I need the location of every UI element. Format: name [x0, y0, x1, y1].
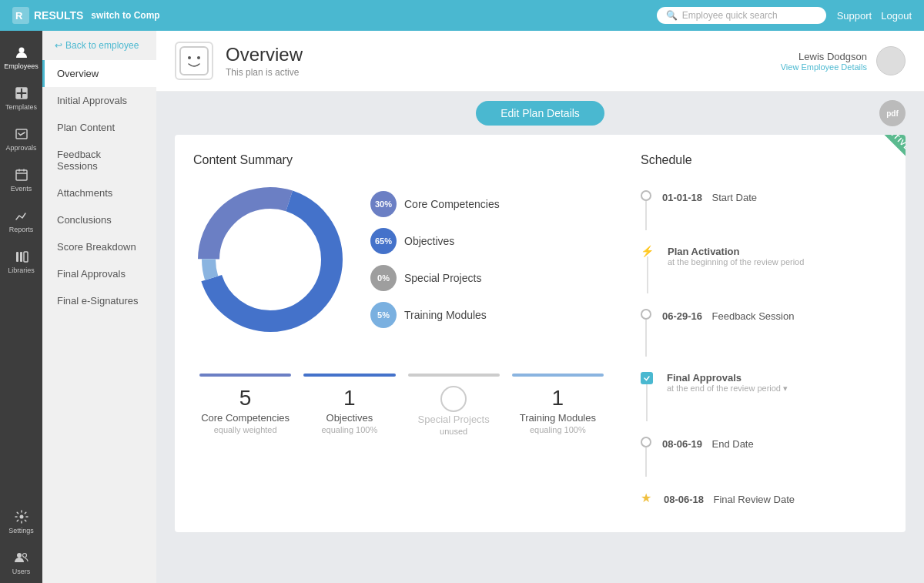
- app-name: RESULTS: [34, 9, 83, 22]
- legend: 30% Core Competencies 65% Objectives: [370, 191, 500, 328]
- avatar: [876, 46, 906, 75]
- subnav-attachments[interactable]: Attachments: [42, 179, 156, 206]
- legend-item-training: 5% Training Modules: [370, 302, 500, 328]
- sidebar-label-employees: Employees: [4, 62, 38, 70]
- schedule-final-approvals-text: Final Approvals at the end of the review…: [667, 372, 788, 394]
- search-bar[interactable]: 🔍 Employee quick search: [657, 7, 826, 24]
- card-inner: Content Summary: [193, 153, 887, 514]
- stat-number-special-empty: [440, 386, 467, 412]
- training-badge: 5%: [370, 302, 397, 328]
- legend-item-special: 0% Special Projects: [370, 265, 500, 291]
- approvals-icon: [14, 126, 29, 142]
- schedule-item-end: 08-06-19 End Date: [641, 429, 887, 484]
- sidebar-item-employees[interactable]: Employees: [0, 37, 42, 78]
- employees-icon: [14, 45, 29, 60]
- objectives-label: Objectives: [404, 235, 454, 247]
- core-label: Core Competencies: [404, 198, 500, 210]
- logo: R RESULTS: [12, 7, 83, 24]
- sidebar-label-templates: Templates: [5, 103, 37, 111]
- active-badge: ACTIVE: [865, 135, 906, 170]
- core-badge: 30%: [370, 191, 397, 217]
- sidebar-label-events: Events: [11, 185, 32, 193]
- sidebar-item-users[interactable]: Users: [0, 542, 42, 583]
- legend-item-objectives: 65% Objectives: [370, 228, 500, 254]
- subnav-score-breakdown[interactable]: Score Breakdown: [42, 233, 156, 260]
- schedule-date-feedback: 06-29-16: [662, 310, 702, 322]
- nav-right: 🔍 Employee quick search Support Logout: [657, 7, 912, 24]
- edit-plan-button[interactable]: Edit Plan Details: [476, 101, 604, 126]
- header-left: Overview This plan is active: [175, 42, 303, 80]
- action-row: Edit Plan Details pdf: [156, 92, 924, 135]
- svg-rect-6: [16, 94, 21, 99]
- stat-sublabel-core: equally weighted: [214, 425, 277, 434]
- chart-area: 30% Core Competencies 65% Objectives: [193, 183, 610, 337]
- special-label: Special Projects: [404, 272, 481, 284]
- stat-sublabel-training: equaling 100%: [530, 425, 586, 434]
- back-to-employee[interactable]: ↩ Back to employee: [42, 31, 156, 60]
- schedule-dot-start: [641, 190, 651, 201]
- content-summary-title: Content Summary: [193, 153, 610, 167]
- stat-number-objectives: 1: [343, 386, 356, 410]
- stat-bar-training: [512, 374, 604, 377]
- support-link[interactable]: Support: [837, 10, 872, 22]
- view-details-link[interactable]: View Employee Details: [781, 62, 867, 72]
- schedule-date-start: 01-01-18: [662, 192, 702, 203]
- sidebar-item-settings[interactable]: Settings: [0, 501, 42, 542]
- plan-icon: [175, 42, 213, 80]
- subnav-final-approvals[interactable]: Final Approvals: [42, 260, 156, 287]
- schedule-item-feedback: 06-29-16 Feedback Session: [641, 301, 887, 364]
- schedule-label-start: Start Date: [712, 192, 758, 203]
- face-svg: [179, 45, 209, 76]
- sidebar-item-events[interactable]: Events: [0, 159, 42, 200]
- sidebar-item-approvals[interactable]: Approvals: [0, 119, 42, 159]
- subnav-feedback-sessions[interactable]: Feedback Sessions: [42, 141, 156, 179]
- stat-label-special: Special Projects: [418, 414, 490, 425]
- schedule-sub-final-approvals: at the end of the review period ▾: [667, 384, 788, 394]
- schedule-label-end: End Date: [712, 438, 754, 450]
- stat-number-training: 1: [552, 386, 564, 410]
- svg-rect-16: [180, 47, 208, 75]
- templates-icon: [14, 85, 29, 101]
- nav-links: Support Logout: [837, 10, 912, 22]
- subnav-final-esignatures[interactable]: Final e-Signatures: [42, 287, 156, 314]
- schedule-label-review: Final Review Date: [714, 494, 795, 505]
- users-icon: [14, 550, 29, 565]
- stat-objectives: 1 Objectives equaling 100%: [297, 367, 401, 442]
- subnav-overview[interactable]: Overview: [42, 60, 156, 87]
- events-icon: [14, 167, 29, 183]
- subnav-plan-content[interactable]: Plan Content: [42, 114, 156, 141]
- stat-label-core: Core Competencies: [201, 412, 290, 424]
- settings-icon: [14, 509, 29, 524]
- sidebar-label-settings: Settings: [8, 527, 34, 534]
- back-arrow-icon: ↩: [55, 40, 62, 51]
- schedule-item-review: ★ 08-06-18 Final Review Date: [641, 484, 887, 514]
- pdf-button[interactable]: pdf: [879, 100, 906, 126]
- stat-bar-core: [199, 374, 291, 377]
- svg-rect-4: [16, 88, 21, 92]
- sidebar-label-libraries: Libraries: [8, 266, 35, 274]
- donut-chart: [193, 183, 347, 337]
- stat-label-objectives: Objectives: [326, 412, 373, 424]
- content-area: Overview This plan is active Lewis Dodgs…: [156, 31, 924, 583]
- logout-link[interactable]: Logout: [881, 10, 912, 22]
- sidebar-label-reports: Reports: [9, 226, 34, 233]
- sidebar-item-templates[interactable]: Templates: [0, 78, 42, 119]
- libraries-icon: [14, 249, 29, 264]
- bolt-icon: ⚡: [641, 246, 654, 256]
- sidebar-item-reports[interactable]: Reports: [0, 200, 42, 241]
- stat-sublabel-objectives: equaling 100%: [321, 425, 377, 434]
- stat-sublabel-special: unused: [440, 427, 467, 436]
- sidebar-item-libraries[interactable]: Libraries: [0, 241, 42, 282]
- subnav-initial-approvals[interactable]: Initial Approvals: [42, 87, 156, 114]
- schedule-item-final-approvals: Final Approvals at the end of the review…: [641, 364, 887, 429]
- page-title: Overview: [226, 44, 303, 65]
- subnav-conclusions[interactable]: Conclusions: [42, 206, 156, 233]
- top-nav: R RESULTS switch to Comp 🔍 Employee quic…: [0, 0, 924, 31]
- svg-point-15: [22, 554, 26, 558]
- schedule-line-5: [645, 447, 647, 477]
- svg-point-13: [19, 515, 23, 519]
- header-right: Lewis Dodgson View Employee Details: [781, 46, 906, 75]
- schedule-date-review: 08-06-18: [664, 494, 704, 505]
- schedule-line-3: [645, 320, 647, 357]
- svg-point-22: [223, 212, 318, 307]
